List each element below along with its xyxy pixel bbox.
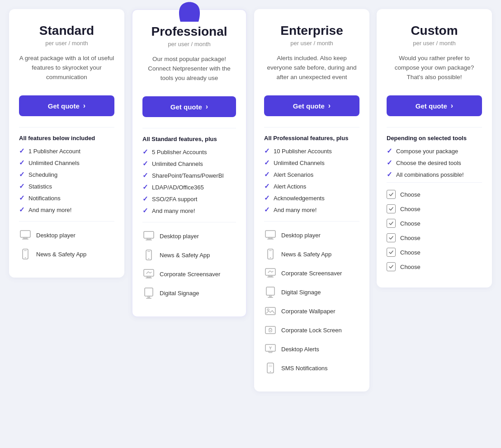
check-icon: ✓ [19,147,25,155]
divider [19,127,114,127]
svg-rect-18 [265,231,275,237]
tool-label: Desktop player [281,232,321,239]
svg-rect-6 [144,231,154,238]
svg-rect-24 [265,269,275,275]
svg-rect-28 [269,295,271,297]
features-label: All features below included [19,135,114,141]
plan-subtitle: per user / month [264,40,359,47]
svg-rect-0 [20,231,30,237]
feature-item: ✓ Unlimited Channels [19,159,114,167]
svg-point-34 [270,330,271,331]
svg-rect-26 [267,277,274,278]
mobile-tool-icon [264,248,277,260]
feature-item: ✓ LDAP/AD/Office365 [142,183,236,191]
tools-divider [387,182,482,183]
choose-item-4[interactable]: Choose [387,248,482,257]
feature-label: And many more! [28,207,71,213]
checked-feature: ✓ Compose your package [387,147,482,155]
feature-item: ✓ Acknowledgements [264,194,359,202]
choose-label: Choose [400,249,421,256]
divider [264,127,359,127]
check-icon: ✓ [142,207,148,215]
tool-label: SMS Notifications [281,365,328,372]
svg-rect-23 [269,250,272,251]
choose-item-2[interactable]: Choose [387,219,482,228]
svg-rect-15 [145,288,153,296]
svg-rect-5 [24,250,27,251]
check-icon: ✓ [387,159,392,167]
feature-label: Scheduling [28,171,57,178]
check-icon: ✓ [19,194,25,202]
screensaver-tool-icon [142,268,155,280]
tool-item: Desktop player [264,229,359,241]
choose-list: Choose Choose Choose [387,190,482,271]
plan-description: Would you rather prefer to compose your … [387,54,482,86]
choose-label: Choose [400,235,421,241]
feature-label: Alert Scenarios [274,171,313,178]
plan-card-enterprise: Enterprise per user / month Alerts inclu… [254,9,369,391]
tools-divider [142,222,236,222]
svg-rect-29 [268,297,273,298]
check-icon: ✓ [19,159,25,167]
get-quote-button[interactable]: Get quote › [142,96,236,117]
feature-label: Unlimited Channels [152,160,203,167]
tool-item: Corporate Wallpaper [264,305,359,317]
svg-rect-2 [22,239,28,240]
tool-label: Desktop player [36,232,76,239]
checkbox-icon [387,219,396,228]
feature-label: 1 Publisher Account [28,148,80,155]
tool-label: Desktop Alerts [281,346,319,353]
feature-item: ✓ Statistics [19,182,114,190]
svg-rect-7 [147,238,151,240]
plan-description: Alerts included. Also keep everyone safe… [264,54,359,86]
tool-item: News & Safety App [142,249,236,261]
tool-label: Digital Signage [160,290,199,297]
checkbox-icon [387,248,396,257]
choose-item-5[interactable]: Choose [387,262,482,271]
svg-rect-17 [146,298,151,299]
svg-rect-30 [265,307,275,315]
tool-item: Digital Signage [142,287,236,299]
choose-item-1[interactable]: Choose [387,204,482,213]
tool-item: Desktop player [142,230,236,242]
get-quote-button[interactable]: Get quote › [387,95,482,116]
check-icon: ✓ [264,159,270,167]
svg-rect-11 [147,251,150,252]
feature-label: Acknowledgements [274,195,325,202]
feature-label: 10 Publisher Accounts [274,148,332,155]
plan-title: Custom [387,24,482,38]
desktop-tool-icon [19,229,32,241]
feature-item: ✓ 5 Publisher Accounts [142,148,236,156]
feature-label: Statistics [28,183,52,190]
get-quote-label: Get quote [48,102,80,110]
features-label: Depending on selected tools [387,135,482,141]
svg-rect-8 [146,240,152,241]
check-icon: ✓ [142,183,148,191]
get-quote-label: Get quote [416,102,447,110]
mobile-tool-icon [19,248,32,260]
check-icon: ✓ [264,147,270,155]
feature-item: ✓ 1 Publisher Account [19,147,114,155]
check-icon: ✓ [142,171,148,179]
tool-item: News & Safety App [19,248,114,260]
plan-title: Enterprise [264,24,359,38]
divider [387,127,482,127]
feature-item: ✓ Notifications [19,194,114,202]
svg-rect-37 [269,351,272,353]
feature-item: ✓ Unlimited Channels [264,159,359,167]
svg-rect-27 [266,287,274,295]
get-quote-button[interactable]: Get quote › [19,95,114,116]
choose-item-0[interactable]: Choose [387,190,482,199]
tool-list: Desktop player News & Safety App Corpora… [142,230,236,299]
svg-point-4 [25,257,26,258]
alerts-tool-icon [264,343,277,355]
tool-list: Desktop player News & Safety App Corpora… [264,229,359,374]
tool-label: Corporate Screensaver [281,270,342,277]
tool-label: News & Safety App [281,251,331,258]
get-quote-button[interactable]: Get quote › [264,95,359,116]
choose-item-3[interactable]: Choose [387,233,482,242]
plan-title: Standard [19,24,114,38]
plan-card-custom: Custom per user / month Would you rather… [377,9,492,288]
desktop-tool-icon [142,230,155,242]
choose-label: Choose [400,264,421,270]
